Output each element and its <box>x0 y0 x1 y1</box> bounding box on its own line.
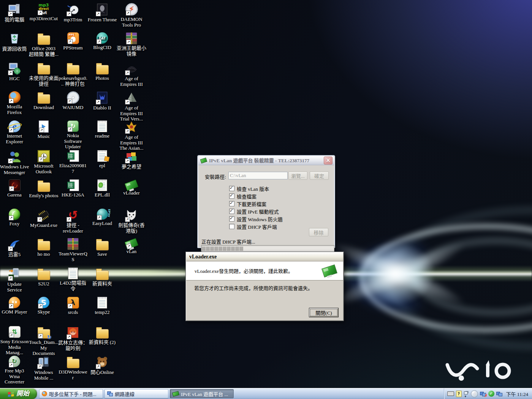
desktop-icon[interactable]: ↗Mozilla Firefox <box>0 91 29 115</box>
desktop-icon[interactable]: TeamViewerQS <box>58 238 88 262</box>
desktop-icon[interactable]: ho mo <box>29 238 59 257</box>
remove-button[interactable]: 移除 <box>309 228 328 236</box>
desktop-icon[interactable]: ↗vLan <box>117 238 146 255</box>
desktop-icon[interactable]: Office 2003 超精簡 繁體... <box>29 32 59 57</box>
desktop-icon[interactable]: 新資料夾 (2) <box>87 326 117 345</box>
desktop-icon[interactable]: ↗Update Service <box>0 268 29 293</box>
desktop-icon[interactable]: Eliza20090817 <box>58 150 88 174</box>
desktop-icon[interactable]: ↻↗Touch_Diam... My Documents <box>29 326 59 356</box>
start-button[interactable]: 開始 <box>0 388 37 399</box>
desktop-icon[interactable]: 資源回收筒 <box>0 32 29 52</box>
desktop-icon[interactable]: vLoader <box>117 179 146 196</box>
close-error-button[interactable]: 關閉(C) <box>309 308 339 317</box>
desktop-icon[interactable]: ↗武林立志傳：龍吟劍 <box>58 326 88 351</box>
desktop-icon[interactable]: ↗Age of Empires III <box>117 62 146 87</box>
desktop-icon[interactable]: Photos <box>87 62 117 81</box>
desktop-icon[interactable]: ↗Sony Ericsson Media Manag... <box>0 326 29 356</box>
restore-window-icon[interactable] <box>464 390 469 397</box>
taskbar-window-button[interactable]: 網路連線 <box>104 389 168 398</box>
lan-connection-icon[interactable] <box>496 391 503 396</box>
desktop-icon[interactable]: D3DWindower <box>58 356 88 380</box>
install-option[interactable]: 下載更新檔案 <box>229 200 266 207</box>
collapse-chevron-icon[interactable]: ‹ <box>471 390 478 397</box>
install-option[interactable]: 設置 IPvE 驅動程式 <box>229 208 279 215</box>
desktop-icon[interactable]: ↗PPStream <box>58 32 88 51</box>
error-dialog-titlebar[interactable]: vLoader.exe <box>186 252 343 261</box>
checkbox-icon[interactable] <box>229 201 234 206</box>
desktop-icon[interactable]: ↗迅雷5 <box>0 238 29 258</box>
desktop-icon-label: 夢之希望 <box>122 164 141 170</box>
desktop-icon[interactable]: ↗Music <box>29 120 59 139</box>
desktop-icon[interactable]: ↗BlogCID <box>87 32 117 51</box>
desktop-icon-label: temp22 <box>95 310 110 315</box>
folder-icon <box>67 65 79 74</box>
input-method-keyboard-icon[interactable] <box>447 391 454 396</box>
desktop-icon[interactable]: ↗Frozen Throne <box>87 3 117 23</box>
desktop-icon[interactable]: ↗DAEMON Tools Pro <box>117 3 146 28</box>
desktop-icon-label: Age of Empires III <box>117 76 146 87</box>
ie-icon: ↗ <box>9 120 21 132</box>
checkbox-icon[interactable] <box>229 209 234 214</box>
desktop-icon[interactable]: L4D2開場指令 <box>58 268 88 291</box>
desktop-icon[interactable]: ↗Garena <box>0 179 29 198</box>
desktop-icon[interactable]: ↗捷徑 - revLoader <box>58 209 88 234</box>
desktop-icon[interactable]: Emily's photos <box>29 179 59 199</box>
folder-icon <box>96 65 109 74</box>
help-icon[interactable] <box>456 391 462 397</box>
checkbox-icon[interactable] <box>229 193 234 199</box>
desktop-icon[interactable]: ↗HGC <box>0 62 29 82</box>
desktop-icon[interactable]: EPL.dll <box>87 179 117 198</box>
desktop-icon[interactable]: 未使用的桌面捷徑 <box>29 62 59 87</box>
desktop-icon[interactable]: readme <box>87 120 117 139</box>
desktop-icon[interactable]: ↗Diablo II <box>87 91 117 111</box>
progress-segment <box>239 247 243 251</box>
desktop-icon[interactable]: ↗Windows Mobile ... <box>29 356 59 381</box>
desktop-icon-label: 開心Online <box>90 370 114 375</box>
network-disconnected-icon[interactable]: ✗ <box>480 391 486 396</box>
desktop-icon[interactable]: ↗Free Mp3 Wma Converter <box>0 356 29 385</box>
install-option[interactable]: 設置 Windows 防火牆 <box>229 215 283 222</box>
installer-dialog-titlebar[interactable]: IPvE vLan 遊戲平台 裝載精靈 - TEL:23873177 <box>198 156 334 165</box>
desktop-icon[interactable]: ↗Age of Empires III The Asian... <box>117 120 146 151</box>
taskbar-window-button[interactable]: 咁多位幫下手 - 問題... <box>39 389 103 398</box>
shortcut-arrow-icon: ↗ <box>125 70 130 75</box>
taskbar-window-button[interactable]: IPvE vLan 遊戲平台 ... <box>170 389 234 398</box>
install-option[interactable]: 檢查檔案 <box>229 193 256 200</box>
desktop-icon[interactable]: epl <box>87 150 117 169</box>
desktop-icon[interactable]: Save <box>87 238 117 257</box>
desktop-icon[interactable]: ↗Microsoft Outlook <box>29 150 59 174</box>
desktop-icon[interactable]: temp22 <box>87 297 117 315</box>
desktop-icon[interactable]: ↗Skype <box>29 297 59 315</box>
install-option[interactable]: 設置 DHCP 客戶端 <box>229 223 277 230</box>
desktop-icon[interactable]: ↗GOM Player <box>0 297 29 315</box>
desktop-icon[interactable]: ↗Foxy <box>0 209 29 227</box>
desktop-icon[interactable]: Download <box>29 91 59 111</box>
desktop-icon[interactable]: ↗夢之希望 <box>117 150 146 170</box>
install-option[interactable]: 檢查 vLan 版本 <box>229 185 269 192</box>
desktop-icon-label: Age of Empires III The Asian... <box>117 135 146 151</box>
desktop-icon[interactable]: ↗我的電腦 <box>0 3 29 23</box>
desktop-icon[interactable]: S2U2 <box>29 268 59 287</box>
desktop-icon[interactable]: ↗mp3Trim <box>58 3 88 23</box>
desktop-icon[interactable]: ↗WAIUMD <box>58 91 88 111</box>
desktop-icon[interactable]: ↗開心Online <box>87 356 117 375</box>
desktop-icon[interactable]: ↗劍狐傳奇(香港版) <box>117 209 146 234</box>
desktop-icon[interactable]: ↗EasyLoad <box>87 209 117 226</box>
desktop-icon[interactable]: ↗srcds <box>58 297 88 315</box>
desktop-icon[interactable]: ↗Age of Empires III Trial Vers... <box>117 91 146 122</box>
desktop-icon[interactable]: ↗Internet Explorer <box>0 120 29 144</box>
desktop-icon[interactable]: HKE-126A <box>58 179 88 198</box>
desktop-icon[interactable]: ↗Windows Live Messenger <box>0 150 29 175</box>
desktop-icon[interactable]: 新資料夾 <box>87 268 117 287</box>
desktop-icon[interactable]: ↗亚洲王朝最小镜像 <box>117 32 146 57</box>
checkbox-icon[interactable] <box>229 186 234 191</box>
desktop-icon[interactable]: pokesavhgss0... 神兽打包 <box>58 62 88 87</box>
security-check-icon[interactable]: ✓ <box>488 391 494 397</box>
desktop-icon[interactable]: mp3direct:ut↗mp3DirectCut <box>29 3 59 22</box>
desktop-icon[interactable]: ↗Nokia Software Updater <box>58 120 88 150</box>
progress-segment <box>206 247 210 251</box>
close-icon[interactable] <box>324 157 332 165</box>
desktop-icon[interactable]: ↗MyGuard.exe <box>29 209 59 228</box>
checkbox-icon[interactable] <box>229 216 234 222</box>
checkbox-icon[interactable] <box>229 224 234 229</box>
